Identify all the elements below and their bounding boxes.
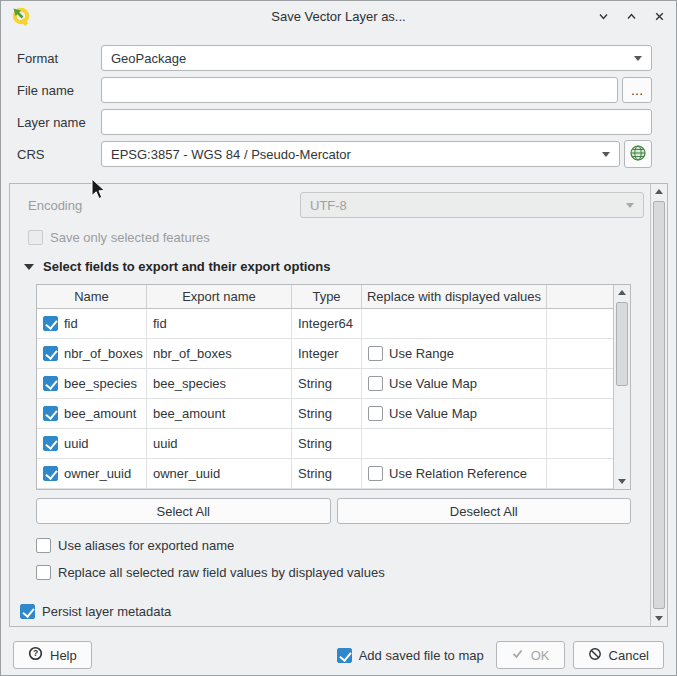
use-aliases-label: Use aliases for exported name [58,538,234,553]
fields-table-body: fidfidInteger64nbr_of_boxesnbr_of_boxesI… [37,309,613,489]
field-name-cell[interactable]: nbr_of_boxes [37,339,147,369]
column-header-name[interactable]: Name [37,285,147,309]
ok-check-icon [511,647,524,663]
field-row-nbr_of_boxes[interactable]: nbr_of_boxesnbr_of_boxesIntegerUse Range [37,339,613,369]
svg-text:?: ? [33,648,38,658]
chevron-down-icon [602,152,610,157]
file-name-input[interactable] [101,77,618,103]
persist-metadata-checkbox[interactable] [20,604,35,619]
field-row-bee_amount[interactable]: bee_amountbee_amountStringUse Value Map [37,399,613,429]
replace-option-checkbox[interactable] [368,346,383,361]
fields-table: Name Export name Type Replace with displ… [36,284,631,490]
scrollbar-thumb[interactable] [616,302,628,386]
field-export-name-cell[interactable]: uuid [147,429,292,459]
field-name-label: owner_uuid [64,466,131,481]
column-header-filler [547,285,613,309]
replace-raw-label: Replace all selected raw field values by… [58,565,385,580]
column-header-replace[interactable]: Replace with displayed values [362,285,547,309]
replace-option-checkbox[interactable] [368,406,383,421]
options-scrollbar[interactable] [650,184,667,626]
file-name-row: File name … [17,77,652,103]
export-form: Format GeoPackage File name … Layer name… [1,31,676,167]
field-checkbox[interactable] [43,376,58,391]
field-checkbox[interactable] [43,406,58,421]
encoding-combobox[interactable]: UTF-8 [300,192,644,218]
help-button[interactable]: ? Help [13,641,92,669]
persist-metadata-row: Persist layer metadata [20,604,644,619]
field-name-label: bee_amount [64,406,136,421]
field-name-cell[interactable]: bee_species [37,369,147,399]
replace-raw-checkbox[interactable] [36,565,51,580]
maximize-button[interactable] [625,10,638,23]
encoding-label: Encoding [28,198,300,213]
field-checkbox[interactable] [43,466,58,481]
field-export-name-cell[interactable]: fid [147,309,292,339]
column-header-export-name[interactable]: Export name [147,285,292,309]
save-only-selected-checkbox[interactable] [28,230,43,245]
field-export-name-cell[interactable]: bee_species [147,369,292,399]
field-name-cell[interactable]: fid [37,309,147,339]
field-export-name-cell[interactable]: nbr_of_boxes [147,339,292,369]
add-saved-file-checkbox[interactable] [337,648,352,663]
fields-table-scrollbar[interactable] [613,285,630,489]
chevron-down-icon [634,56,642,61]
scroll-up-icon[interactable] [651,184,667,199]
use-aliases-checkbox[interactable] [36,538,51,553]
fields-section-title: Select fields to export and their export… [43,259,331,274]
browse-button[interactable]: … [622,77,652,103]
cancel-button[interactable]: Cancel [573,641,664,669]
field-name-label: bee_species [64,376,137,391]
select-all-button[interactable]: Select All [36,498,331,524]
format-combobox[interactable]: GeoPackage [101,45,652,71]
field-name-cell[interactable]: uuid [37,429,147,459]
deselect-all-button[interactable]: Deselect All [337,498,632,524]
replace-option-checkbox[interactable] [368,466,383,481]
scroll-down-icon[interactable] [651,611,667,626]
field-row-owner_uuid[interactable]: owner_uuidowner_uuidStringUse Relation R… [37,459,613,489]
field-replace-cell[interactable]: Use Value Map [362,399,547,429]
field-name-cell[interactable]: owner_uuid [37,459,147,489]
close-button[interactable] [653,10,666,23]
encoding-row: Encoding UTF-8 [28,192,644,218]
minimize-button[interactable] [597,10,610,23]
column-header-type[interactable]: Type [292,285,362,309]
encoding-value: UTF-8 [310,198,620,213]
persist-metadata-label: Persist layer metadata [42,604,171,619]
field-replace-cell[interactable]: Use Relation Reference [362,459,547,489]
globe-icon [629,144,647,165]
field-row-uuid[interactable]: uuiduuidString [37,429,613,459]
field-row-filler [547,369,613,399]
field-replace-cell[interactable]: Use Range [362,339,547,369]
replace-option-checkbox[interactable] [368,376,383,391]
field-row-filler [547,399,613,429]
crs-combobox[interactable]: EPSG:3857 - WGS 84 / Pseudo-Mercator [101,141,620,167]
field-name-cell[interactable]: bee_amount [37,399,147,429]
field-row-fid[interactable]: fidfidInteger64 [37,309,613,339]
field-export-name-cell[interactable]: bee_amount [147,399,292,429]
options-scroll-area: Encoding UTF-8 Save only selected featur… [9,183,668,627]
add-saved-file-label: Add saved file to map [359,648,484,663]
fields-section-header[interactable]: Select fields to export and their export… [24,259,644,274]
help-icon: ? [28,646,43,664]
field-checkbox[interactable] [43,316,58,331]
crs-select-button[interactable] [624,140,652,168]
scroll-down-icon[interactable] [614,474,630,489]
field-row-bee_species[interactable]: bee_speciesbee_speciesStringUse Value Ma… [37,369,613,399]
field-checkbox[interactable] [43,436,58,451]
save-only-selected-label: Save only selected features [50,230,210,245]
field-replace-cell[interactable]: Use Value Map [362,369,547,399]
options-scroll-track[interactable] [651,199,667,611]
scroll-up-icon[interactable] [614,285,630,300]
field-type-cell: Integer [292,339,362,369]
scrollbar-thumb[interactable] [653,201,665,609]
field-checkbox[interactable] [43,346,58,361]
crs-row: CRS EPSG:3857 - WGS 84 / Pseudo-Mercator [17,141,652,167]
layer-name-input[interactable] [101,109,652,135]
fields-table-main: Name Export name Type Replace with displ… [37,285,613,489]
titlebar[interactable]: Save Vector Layer as... [1,1,676,31]
collapse-triangle-icon [24,264,34,270]
field-row-filler [547,339,613,369]
ok-button[interactable]: OK [496,641,565,669]
field-export-name-cell[interactable]: owner_uuid [147,459,292,489]
fields-table-scroll-track[interactable] [614,300,630,474]
